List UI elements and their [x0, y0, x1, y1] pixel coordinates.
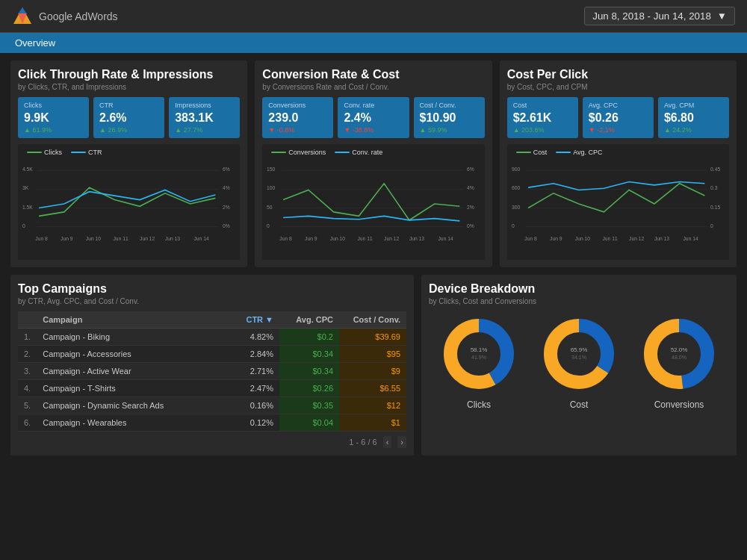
svg-text:Jun 11: Jun 11 — [358, 235, 373, 243]
row-avg-cpc: $0.35 — [279, 397, 339, 414]
col-ctr[interactable]: CTR ▼ — [227, 311, 279, 329]
ctr-chart-area: Clicks CTR 4.5K 3K 1.5K 0 6% 4% — [18, 144, 240, 260]
svg-text:41.9%: 41.9% — [471, 355, 486, 360]
cost-conv-card: Cost / Conv. $10.90 59.9% — [414, 97, 485, 138]
clicks-card: Clicks 9.9K 61.9% — [18, 97, 89, 138]
svg-text:Jun 12: Jun 12 — [629, 235, 644, 243]
table-row: 3. Campaign - Active Wear 2.71% $0.34 $9 — [18, 363, 406, 380]
svg-text:Jun 9: Jun 9 — [550, 235, 562, 243]
row-ctr: 0.12% — [227, 414, 279, 432]
donuts-row: 58.1% 41.9% Clicks 65.9% 34.1% Cost — [429, 313, 729, 410]
cpc-metrics: Cost $2.61K 203.6% Avg. CPC $0.26 -2.1% … — [507, 97, 729, 138]
avg-cpc-legend: Avg. CPC — [556, 149, 602, 156]
chevron-down-icon: ▼ — [717, 10, 727, 22]
svg-text:600: 600 — [512, 184, 520, 192]
conv-metrics: Conversions 239.0 -0.8% Conv. rate 2.4% … — [262, 97, 484, 138]
svg-text:0: 0 — [267, 222, 270, 229]
svg-text:34.1%: 34.1% — [571, 355, 586, 360]
svg-text:0%: 0% — [467, 222, 474, 229]
ctr-legend: Clicks CTR — [21, 149, 237, 156]
svg-text:300: 300 — [512, 203, 520, 211]
svg-text:4%: 4% — [467, 184, 474, 192]
clicks-donut: 58.1% 41.9% Clicks — [438, 313, 520, 410]
row-avg-cpc: $0.34 — [279, 346, 339, 363]
row-num: 3. — [18, 363, 37, 380]
svg-text:6%: 6% — [467, 166, 474, 173]
svg-text:Jun 14: Jun 14 — [438, 235, 453, 243]
campaigns-subtitle: by CTR, Avg. CPC, and Cost / Conv. — [18, 297, 406, 305]
svg-text:50: 50 — [267, 203, 272, 211]
cost-label: Cost — [570, 399, 589, 410]
date-range[interactable]: Jun 8, 2018 - Jun 14, 2018 ▼ — [584, 7, 735, 25]
svg-text:Jun 13: Jun 13 — [409, 235, 424, 243]
pagination: 1 - 6 / 6 ‹ › — [18, 436, 406, 448]
row-campaign: Campaign - Active Wear — [37, 363, 227, 380]
clicks-legend: Clicks — [27, 149, 62, 156]
col-campaign: Campaign — [37, 311, 227, 329]
row-campaign: Campaign - Wearables — [37, 414, 227, 432]
row-campaign: Campaign - Accessories — [37, 346, 227, 363]
svg-text:4.5K: 4.5K — [22, 166, 33, 173]
row-ctr: 2.71% — [227, 363, 279, 380]
svg-text:1.5K: 1.5K — [22, 203, 33, 211]
conv-title: Conversion Rate & Cost — [262, 68, 484, 81]
row-cost-conv: $95 — [339, 346, 406, 363]
date-range-button[interactable]: Jun 8, 2018 - Jun 14, 2018 ▼ — [584, 7, 735, 25]
impressions-card: Impressions 383.1K 27.7% — [169, 97, 240, 138]
ctr-title: Click Through Rate & Impressions — [18, 68, 240, 81]
table-row: 2. Campaign - Accessories 2.84% $0.34 $9… — [18, 346, 406, 363]
conversions-label: Conversions — [654, 399, 704, 410]
row-num: 5. — [18, 397, 37, 414]
svg-text:Jun 10: Jun 10 — [574, 235, 589, 243]
svg-text:100: 100 — [267, 184, 275, 192]
cpc-subtitle: by Cost, CPC, and CPM — [507, 83, 729, 91]
svg-point-68 — [458, 333, 500, 375]
clicks-donut-chart: 58.1% 41.9% — [438, 313, 520, 395]
conversion-rate-section: Conversion Rate & Cost by Conversions Ra… — [255, 60, 492, 267]
cost-per-click-section: Cost Per Click by Cost, CPC, and CPM Cos… — [500, 60, 737, 267]
next-page-button[interactable]: › — [397, 436, 406, 448]
svg-text:2%: 2% — [467, 203, 474, 211]
svg-text:Jun 11: Jun 11 — [113, 235, 128, 243]
svg-point-73 — [558, 333, 600, 375]
prev-page-button[interactable]: ‹ — [383, 436, 392, 448]
ctr-impressions-section: Click Through Rate & Impressions by Clic… — [10, 60, 247, 267]
svg-text:900: 900 — [512, 166, 520, 173]
svg-text:0.45: 0.45 — [710, 166, 720, 173]
sections-row: Click Through Rate & Impressions by Clic… — [10, 60, 737, 267]
campaigns-section: Top Campaigns by CTR, Avg. CPC, and Cost… — [10, 275, 414, 455]
col-cost-conv: Cost / Conv. — [339, 311, 406, 329]
conversions-donut: 52.0% 48.0% Conversions — [638, 313, 720, 410]
svg-text:0.15: 0.15 — [710, 203, 720, 211]
cpc-legend: Cost Avg. CPC — [510, 149, 726, 156]
cost-donut-chart: 65.9% 34.1% — [538, 313, 620, 395]
table-row: 5. Campaign - Dynamic Search Ads 0.16% $… — [18, 397, 406, 414]
svg-text:65.9%: 65.9% — [571, 346, 588, 353]
ctr-metrics: Clicks 9.9K 61.9% CTR 2.6% 26.9% Impress… — [18, 97, 240, 138]
row-campaign: Campaign - T-Shirts — [37, 380, 227, 397]
cpc-chart-area: Cost Avg. CPC 900 600 300 0 0.45 0.3 0.1… — [507, 144, 729, 260]
overview-tab[interactable]: Overview — [0, 33, 747, 53]
device-title: Device Breakdown — [429, 282, 729, 296]
row-campaign: Campaign - Dynamic Search Ads — [37, 397, 227, 414]
device-section: Device Breakdown by Clicks, Cost and Con… — [421, 275, 737, 455]
svg-text:Jun 10: Jun 10 — [86, 235, 101, 243]
pagination-text: 1 - 6 / 6 — [349, 438, 376, 447]
row-avg-cpc: $0.26 — [279, 380, 339, 397]
row-ctr: 2.47% — [227, 380, 279, 397]
svg-text:0: 0 — [512, 222, 515, 229]
cost-card: Cost $2.61K 203.6% — [507, 97, 578, 138]
svg-text:Jun 8: Jun 8 — [280, 235, 292, 243]
table-row: 1. Campaign - Biking 4.82% $0.2 $39.69 — [18, 329, 406, 346]
row-cost-conv: $12 — [339, 397, 406, 414]
svg-text:48.0%: 48.0% — [672, 355, 686, 360]
cost-legend: Cost — [516, 149, 548, 156]
svg-text:Jun 11: Jun 11 — [602, 235, 617, 243]
row-avg-cpc: $0.04 — [279, 414, 339, 432]
conversions-card: Conversions 239.0 -0.8% — [262, 97, 333, 138]
table-row: 6. Campaign - Wearables 0.12% $0.04 $1 — [18, 414, 406, 432]
row-ctr: 0.16% — [227, 397, 279, 414]
conv-chart: 150 100 50 0 6% 4% 2% 0% Jun 8 — [265, 159, 481, 249]
main-content: Click Through Rate & Impressions by Clic… — [0, 53, 747, 559]
campaigns-title: Top Campaigns — [18, 282, 406, 296]
